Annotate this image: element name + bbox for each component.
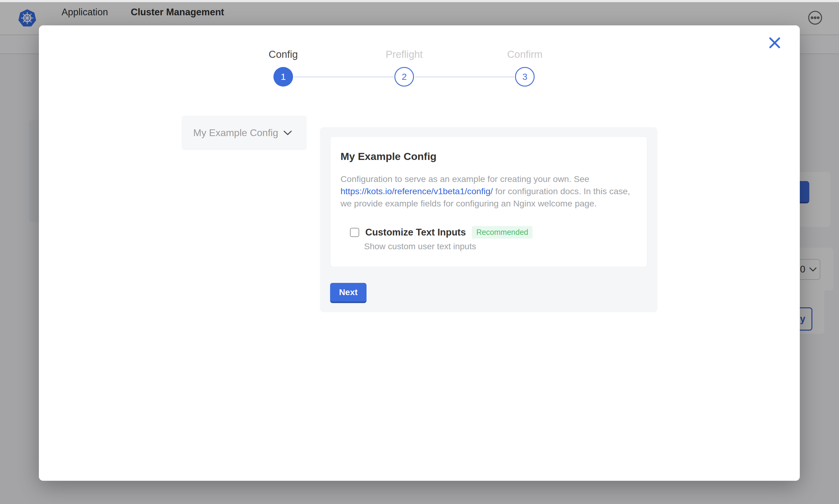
- stepper-label-confirm: Confirm: [479, 49, 571, 60]
- stepper-connector-2: [415, 76, 514, 78]
- description-text-before-link: Configuration to serve as an example for…: [341, 174, 589, 184]
- customize-text-inputs-help: Show custom user text inputs: [364, 241, 637, 251]
- customize-text-inputs-label[interactable]: Customize Text Inputs: [365, 227, 466, 238]
- config-group-card: My Example Config Configuration to serve…: [330, 137, 647, 267]
- config-group-dropdown[interactable]: My Example Config: [182, 115, 307, 150]
- customize-text-inputs-row: Customize Text Inputs Recommended: [350, 226, 637, 238]
- close-icon[interactable]: [767, 35, 782, 51]
- next-button[interactable]: Next: [330, 283, 366, 303]
- recommended-badge: Recommended: [472, 226, 532, 238]
- top-edge-strip: [0, 0, 839, 2]
- stepper-label-preflight: Preflight: [358, 49, 450, 60]
- stepper-label-config: Config: [237, 49, 329, 60]
- chevron-down-icon: [284, 131, 292, 136]
- stepper-step-1[interactable]: 1: [273, 67, 293, 87]
- config-panel: My Example Config Configuration to serve…: [320, 127, 657, 312]
- stepper-connector-1: [294, 76, 394, 78]
- config-wizard-modal: Config Preflight Confirm 1 2 3 My Exampl…: [39, 25, 800, 481]
- customize-text-inputs-checkbox[interactable]: [350, 228, 359, 237]
- stepper-step-2[interactable]: 2: [394, 67, 414, 87]
- config-docs-link[interactable]: https://kots.io/reference/v1beta1/config…: [341, 186, 493, 196]
- config-group-title: My Example Config: [341, 151, 637, 162]
- config-group-description: Configuration to serve as an example for…: [341, 173, 634, 210]
- config-group-dropdown-label: My Example Config: [193, 127, 278, 139]
- stepper-step-3[interactable]: 3: [515, 67, 535, 87]
